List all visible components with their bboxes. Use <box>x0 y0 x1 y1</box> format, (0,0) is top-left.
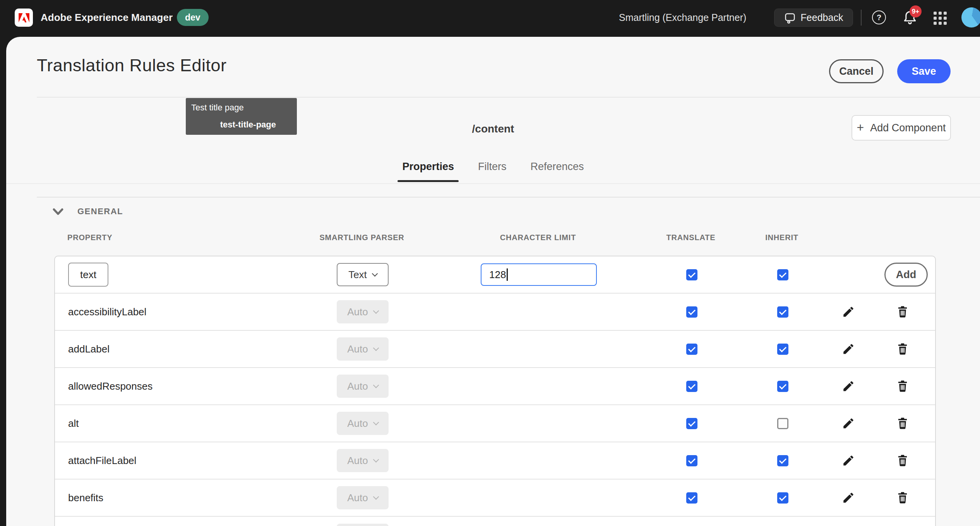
delete-icon[interactable] <box>895 416 910 431</box>
section-general-toggle[interactable]: GENERAL <box>53 206 123 217</box>
inherit-checkbox[interactable] <box>777 269 788 280</box>
feedback-button[interactable]: Feedback <box>774 9 853 27</box>
chevron-down-icon <box>372 270 378 277</box>
edit-icon[interactable] <box>841 304 856 320</box>
tooltip-title: Test title page <box>191 103 291 113</box>
page-tooltip: Test title page test-title-page <box>186 98 297 135</box>
col-header-character-limit: CHARACTER LIMIT <box>500 233 576 242</box>
edit-icon[interactable] <box>841 453 856 468</box>
inherit-checkbox[interactable] <box>777 418 788 429</box>
table-row: benefits Auto <box>55 480 935 517</box>
cancel-button[interactable]: Cancel <box>829 59 884 83</box>
tab-bar-divider <box>6 183 980 184</box>
parser-select-disabled: Auto <box>337 337 389 361</box>
parser-select-disabled: Auto <box>337 412 389 435</box>
edit-icon[interactable] <box>841 341 856 357</box>
delete-icon[interactable] <box>895 341 910 357</box>
chevron-down-icon <box>373 308 379 314</box>
inherit-checkbox[interactable] <box>777 492 788 504</box>
edit-icon[interactable] <box>841 378 856 394</box>
translate-checkbox[interactable] <box>686 344 697 355</box>
table-row: alt Auto <box>55 405 935 442</box>
plus-icon: + <box>857 121 864 134</box>
parser-select-disabled: Auto <box>337 375 389 398</box>
translate-checkbox[interactable] <box>686 381 697 392</box>
inherit-checkbox[interactable] <box>777 381 788 392</box>
notifications-button[interactable]: 9+ <box>902 9 919 26</box>
content-card: Translation Rules Editor Cancel Save Tes… <box>6 37 980 526</box>
col-header-parser: SMARTLING PARSER <box>319 233 404 242</box>
edit-icon[interactable] <box>841 490 856 505</box>
character-limit-input[interactable]: 128 <box>481 263 597 286</box>
translate-checkbox[interactable] <box>686 418 697 429</box>
top-bar: Adobe Experience Manager dev Smartling (… <box>0 0 980 37</box>
delete-icon[interactable] <box>895 304 910 320</box>
rules-rows: accessibilityLabel Auto <box>55 294 935 526</box>
feedback-label: Feedback <box>801 12 843 23</box>
table-row: attachFileLabel Auto <box>55 442 935 480</box>
property-name: attachFileLabel <box>55 455 136 467</box>
parser-select-disabled: Auto <box>337 486 389 509</box>
tab-bar: Properties Filters References <box>6 161 980 182</box>
app-title: Adobe Experience Manager <box>41 0 173 35</box>
tab-properties[interactable]: Properties <box>401 161 455 182</box>
user-avatar[interactable] <box>961 7 980 28</box>
property-name: alt <box>55 418 79 430</box>
col-header-property: PROPERTY <box>54 233 112 242</box>
table-row: allowedResponses Auto <box>55 368 935 405</box>
table-row: accessibilityLabel Auto <box>55 294 935 331</box>
topbar-divider <box>861 10 862 26</box>
section-divider <box>37 197 980 198</box>
chevron-down-icon <box>373 382 379 388</box>
translate-checkbox[interactable] <box>686 455 697 466</box>
delete-icon[interactable] <box>895 378 910 394</box>
org-name: Smartling (Exchange Partner) <box>619 0 746 35</box>
translate-checkbox[interactable] <box>686 306 697 318</box>
text-cursor <box>507 268 508 281</box>
new-rule-row: Text 128 Add <box>55 256 935 294</box>
app-switcher-grid-icon[interactable] <box>934 12 947 25</box>
delete-icon[interactable] <box>895 453 910 468</box>
add-rule-button[interactable]: Add <box>884 263 928 287</box>
add-component-label: Add Component <box>870 122 946 134</box>
adobe-a-icon <box>19 13 29 22</box>
property-name: allowedResponses <box>55 380 152 392</box>
inherit-checkbox[interactable] <box>777 455 788 466</box>
add-component-button[interactable]: + Add Component <box>852 115 951 141</box>
adobe-logo[interactable] <box>15 9 33 27</box>
chevron-down-icon <box>373 419 379 425</box>
tab-references[interactable]: References <box>529 161 584 182</box>
col-header-inherit: INHERIT <box>765 233 798 242</box>
table-row: Auto <box>55 517 935 526</box>
edit-icon[interactable] <box>841 416 856 431</box>
inherit-checkbox[interactable] <box>777 306 788 318</box>
col-header-translate: TRANSLATE <box>666 233 716 242</box>
table-row: addLabel Auto <box>55 331 935 368</box>
content-path: /content <box>6 123 980 135</box>
inherit-checkbox[interactable] <box>777 344 788 355</box>
property-name: addLabel <box>55 343 110 355</box>
help-icon[interactable]: ? <box>872 10 886 24</box>
chevron-down-icon <box>373 456 379 462</box>
parser-select-disabled: Auto <box>337 524 389 526</box>
speech-bubble-icon <box>784 12 796 24</box>
section-label: GENERAL <box>77 206 123 217</box>
parser-select-disabled: Auto <box>337 300 389 323</box>
parser-select[interactable]: Text <box>337 263 389 286</box>
save-button[interactable]: Save <box>897 59 951 83</box>
page-title: Translation Rules Editor <box>37 55 227 76</box>
table-column-headers: PROPERTY SMARTLING PARSER CHARACTER LIMI… <box>54 230 936 244</box>
chevron-down-icon <box>53 208 63 215</box>
delete-icon[interactable] <box>895 490 910 505</box>
tooltip-node-name: test-title-page <box>220 120 276 130</box>
tab-filters[interactable]: Filters <box>477 161 507 182</box>
chevron-down-icon <box>373 345 379 351</box>
env-badge: dev <box>177 9 209 26</box>
notification-badge: 9+ <box>910 5 922 17</box>
parser-select-disabled: Auto <box>337 449 389 472</box>
translate-checkbox[interactable] <box>686 269 697 280</box>
property-name: benefits <box>55 492 103 504</box>
chevron-down-icon <box>373 493 379 500</box>
translate-checkbox[interactable] <box>686 492 697 504</box>
property-input[interactable] <box>68 263 108 287</box>
